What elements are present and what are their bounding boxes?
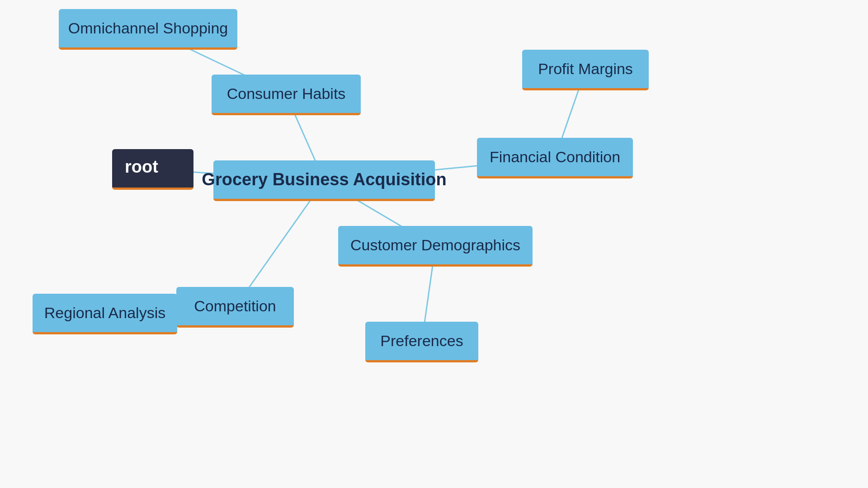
center-node[interactable]: Grocery Business Acquisition: [213, 160, 435, 201]
customer-demographics-label: Customer Demographics: [350, 236, 520, 254]
omnichannel-node[interactable]: Omnichannel Shopping: [59, 9, 237, 50]
financial-condition-label: Financial Condition: [490, 148, 620, 166]
root-label: root: [125, 157, 158, 176]
root-node[interactable]: root: [112, 149, 193, 190]
omnichannel-label: Omnichannel Shopping: [68, 19, 228, 37]
financial-condition-node[interactable]: Financial Condition: [477, 138, 633, 178]
consumer-habits-label: Consumer Habits: [227, 85, 346, 103]
regional-analysis-label: Regional Analysis: [44, 304, 165, 322]
customer-demographics-node[interactable]: Customer Demographics: [338, 226, 533, 267]
center-label: Grocery Business Acquisition: [202, 170, 446, 189]
consumer-habits-node[interactable]: Consumer Habits: [212, 75, 361, 115]
competition-label: Competition: [194, 297, 276, 315]
preferences-node[interactable]: Preferences: [365, 322, 478, 362]
preferences-label: Preferences: [380, 332, 463, 350]
profit-margins-label: Profit Margins: [538, 60, 633, 78]
competition-node[interactable]: Competition: [176, 287, 294, 328]
profit-margins-node[interactable]: Profit Margins: [522, 50, 649, 90]
regional-analysis-node[interactable]: Regional Analysis: [33, 294, 177, 334]
